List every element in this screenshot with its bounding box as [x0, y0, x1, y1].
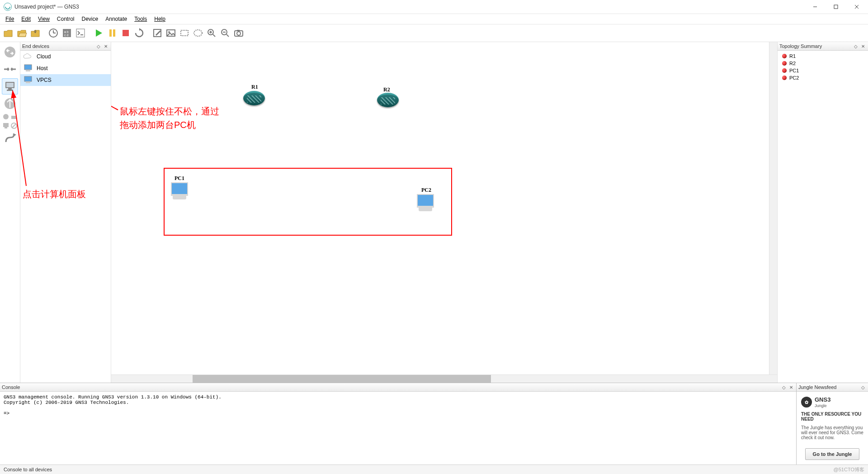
ellipse-button[interactable]: [192, 27, 204, 39]
maximize-button[interactable]: [826, 0, 846, 14]
start-all-button[interactable]: [92, 27, 105, 39]
window-title: Unsaved project* — GNS3: [14, 4, 805, 10]
close-icon[interactable]: ✕: [103, 43, 109, 49]
annotate-button[interactable]: [151, 27, 164, 39]
topology-canvas[interactable]: R1 R2 PC1 PC2 鼠标左键按住不松，通过 拖动添加两台PC机: [111, 42, 769, 374]
menu-bar: File Edit View Control Device Annotate T…: [0, 14, 868, 24]
svg-rect-32: [8, 88, 12, 90]
menu-tools[interactable]: Tools: [131, 15, 151, 23]
open-project-button[interactable]: [15, 27, 28, 39]
device-label: VPCS: [37, 77, 52, 83]
topology-item[interactable]: R2: [778, 60, 868, 67]
save-button[interactable]: [29, 27, 42, 39]
screenshot-button[interactable]: [232, 27, 245, 39]
svg-point-18: [194, 30, 202, 36]
svg-line-45: [111, 76, 118, 110]
go-to-jungle-button[interactable]: Go to the Jungle: [805, 448, 860, 460]
device-item-host[interactable]: Host: [20, 62, 111, 74]
device-item-vpcs[interactable]: VPCS: [20, 74, 111, 86]
zoom-in-button[interactable]: [205, 27, 218, 39]
node-label-r1[interactable]: R1: [251, 84, 258, 90]
pin-icon[interactable]: ◇: [95, 43, 102, 49]
close-icon[interactable]: ✕: [860, 43, 866, 49]
toolbar: a bc d: [0, 24, 868, 42]
svg-rect-41: [24, 65, 32, 70]
topology-list: R1 R2 PC1 PC2: [778, 51, 868, 383]
new-project-button[interactable]: [2, 27, 14, 39]
stop-all-button[interactable]: [119, 27, 132, 39]
svg-rect-33: [7, 90, 13, 91]
gns3-jungle-logo: ✿ GNS3Jungle: [801, 396, 863, 408]
image-button[interactable]: [165, 27, 177, 39]
node-r2[interactable]: [377, 93, 399, 107]
topology-item[interactable]: PC2: [778, 74, 868, 81]
node-label-pc1[interactable]: PC1: [175, 175, 184, 182]
console-panel-header[interactable]: Console ◇ ✕: [0, 383, 796, 392]
console-panel: Console ◇ ✕ GNS3 management console. Run…: [0, 383, 797, 465]
node-pc1[interactable]: [171, 182, 188, 200]
panel-title: End devices: [22, 43, 49, 49]
title-bar: Unsaved project* — GNS3: [0, 0, 868, 14]
device-label: Host: [37, 65, 48, 71]
console-output[interactable]: GNS3 management console. Running GNS3 ve…: [0, 392, 796, 465]
svg-point-29: [5, 47, 15, 57]
svg-text:c d: c d: [64, 33, 68, 37]
svg-rect-37: [3, 123, 9, 127]
reload-button[interactable]: [47, 27, 60, 39]
cloud-icon: [23, 53, 33, 60]
node-r1[interactable]: [243, 91, 265, 105]
newsfeed-header[interactable]: Jungle Newsfeed ◇: [797, 383, 868, 392]
show-interfaces-button[interactable]: a bc d: [61, 27, 73, 39]
menu-control[interactable]: Control: [53, 15, 78, 23]
topology-summary-header[interactable]: Topology Summary ◇ ✕: [778, 42, 868, 51]
host-icon: [23, 64, 33, 72]
menu-edit[interactable]: Edit: [18, 15, 34, 23]
end-devices-panel: End devices ◇ ✕ Cloud Host VPCS: [20, 42, 111, 383]
svg-line-20: [213, 34, 215, 37]
menu-help[interactable]: Help: [151, 15, 169, 23]
link-tool-button[interactable]: [2, 131, 18, 147]
newsfeed-panel: Jungle Newsfeed ◇ ✿ GNS3Jungle THE ONLY …: [797, 383, 868, 465]
pin-icon[interactable]: ◇: [860, 384, 866, 390]
pause-all-button[interactable]: [106, 27, 118, 39]
canvas-vertical-scrollbar[interactable]: [769, 42, 777, 374]
all-devices-button[interactable]: [2, 113, 10, 121]
topology-item[interactable]: R1: [778, 52, 868, 60]
menu-device[interactable]: Device: [78, 15, 102, 23]
annotation-rectangle: [164, 168, 452, 236]
end-devices-category-button[interactable]: [2, 78, 18, 95]
svg-rect-38: [5, 127, 7, 128]
security-devices-category-button[interactable]: [2, 95, 18, 112]
pin-icon[interactable]: ◇: [781, 384, 787, 390]
svg-line-40: [12, 124, 16, 128]
rectangle-button[interactable]: [178, 27, 191, 39]
canvas-horizontal-scrollbar[interactable]: [111, 374, 777, 383]
close-icon[interactable]: ✕: [788, 384, 794, 390]
device-item-cloud[interactable]: Cloud: [20, 51, 111, 62]
menu-file[interactable]: File: [2, 15, 18, 23]
topology-item[interactable]: PC1: [778, 67, 868, 74]
minimize-button[interactable]: [805, 0, 826, 14]
status-dot-icon: [782, 54, 787, 58]
news-body-text: The Jungle has everything you will ever …: [801, 425, 863, 440]
monitor-icon[interactable]: [2, 122, 10, 130]
switches-category-button[interactable]: [2, 61, 18, 77]
node-pc2[interactable]: [417, 194, 434, 212]
firewall-icon[interactable]: [10, 122, 18, 130]
all-devices2-button[interactable]: [10, 113, 18, 121]
close-button[interactable]: [846, 0, 867, 14]
node-label-r2[interactable]: R2: [383, 86, 390, 93]
menu-view[interactable]: View: [34, 15, 53, 23]
console-all-button[interactable]: [74, 27, 87, 39]
svg-rect-12: [113, 29, 115, 37]
zoom-out-button[interactable]: [219, 27, 231, 39]
menu-annotate[interactable]: Annotate: [102, 15, 131, 23]
node-label-pc2[interactable]: PC2: [421, 187, 431, 194]
end-devices-panel-header[interactable]: End devices ◇ ✕: [20, 42, 111, 51]
canvas-area: R1 R2 PC1 PC2 鼠标左键按住不松，通过 拖动添加两台PC机: [111, 42, 777, 383]
pin-icon[interactable]: ◇: [853, 43, 859, 49]
restart-all-button[interactable]: [133, 27, 146, 39]
device-list: Cloud Host VPCS: [20, 51, 111, 383]
svg-rect-42: [26, 70, 30, 71]
routers-category-button[interactable]: [2, 44, 18, 60]
